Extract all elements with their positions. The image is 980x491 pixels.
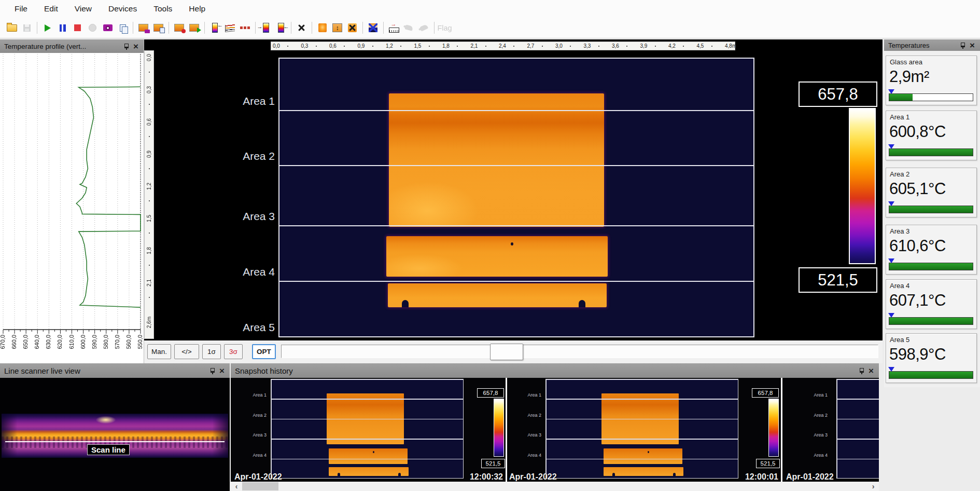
snapshot-scale-bar [494,399,504,457]
pin-icon[interactable] [209,367,215,374]
furnace-fit-height-icon[interactable] [330,20,345,35]
profiles-chart-icon[interactable] [222,20,237,35]
open-file-icon[interactable] [4,20,19,35]
export-snapshot-report-icon[interactable] [151,20,166,35]
close-icon[interactable]: × [132,42,139,51]
ruler-tick-label: 0,6 [329,43,337,49]
profile-axis-tick-label: 670,0 [0,335,6,349]
snapshot-thumbnail-3[interactable]: Area 1Area 2Area 3Area 4Apr-01-2022 [784,378,879,482]
snapshot-area-label: Area 4 [794,453,828,458]
scrollbar-thumb[interactable] [242,482,278,490]
furnace-image-icon[interactable] [315,20,330,35]
toolbar-separator [362,22,363,34]
scale-min-value[interactable]: 521,5 [799,267,877,293]
close-icon[interactable]: × [969,41,976,50]
area-label-4: Area 4 [217,266,275,278]
snapshot-thermal-image [545,379,738,479]
profile-axis-tick-label: 610,0 [68,335,75,349]
glass-panel-areas1-3 [389,93,604,227]
scan-slider-track[interactable] [281,345,878,358]
snapshot-list: Area 1Area 2Area 3Area 4657,8521,5Apr-01… [231,378,879,482]
image-playback-icon[interactable] [187,20,202,35]
toolbar-separator [255,22,256,34]
horizontal-ruler: 0,00,30,60,91,21,51,82,12,42,73,03,33,63… [271,42,735,50]
profile-axis-tick-label: 630,0 [45,335,51,349]
close-icon[interactable]: × [218,366,226,375]
scale-max-value[interactable]: 657,8 [799,81,877,107]
profile-axis-tick-label: 620,0 [57,335,63,349]
line-scanner-panel: Line scanner live view × Scan line [0,363,230,491]
cold-spot [511,242,513,246]
start-acquisition-icon[interactable] [40,20,55,35]
ruler-tick-label: 2,6m [146,317,152,328]
ruler-tick-label: 4,5 [697,43,704,49]
opt-button[interactable]: OPT [252,344,276,359]
snapshot-scale-min: 521,5 [756,459,780,468]
ruler-tick-label: 1,2 [386,43,393,49]
snapshot-history-title: Snapshot history [235,366,856,375]
settings-tools-icon[interactable] [294,20,309,35]
card-bar-fill [889,263,973,270]
temperature-scale-bar[interactable] [849,108,876,264]
pin-icon[interactable] [960,42,965,49]
sigma1-button[interactable]: 1σ [202,344,221,359]
pin-icon[interactable] [123,43,129,50]
manual-button[interactable]: Man. [147,344,171,359]
scale-range-out-icon[interactable] [273,20,288,35]
snapshot-area-label: Area 2 [794,413,828,418]
scroll-left-arrow[interactable]: ‹ [232,482,241,491]
snapshot-scrollbar[interactable]: ‹ › [231,482,879,491]
isotherm-icon[interactable] [237,20,253,35]
menu-edit[interactable]: Edit [36,2,66,16]
layout-mosaic-icon[interactable] [366,20,381,35]
stop-icon[interactable] [70,20,85,35]
measure-distance-icon[interactable] [386,20,401,35]
card-bar-fill [889,206,973,213]
ruler-tick-label: 0,0 [146,54,152,61]
profile-axis-tick-label: 600,0 [80,335,86,349]
menu-view[interactable]: View [66,2,100,16]
snapshot-history-panel: Snapshot history × Area 1Area 2Area 3Are… [231,363,879,491]
step-button[interactable]: </> [174,344,199,359]
line-scanner-title: Line scanner live view [4,366,206,375]
ruler-tick-label: 1,8 [442,43,450,49]
image-record-marker-icon[interactable] [172,20,187,35]
snapshot-thumbnail-1[interactable]: Area 1Area 2Area 3Area 4657,8521,5Apr-01… [232,378,506,482]
menu-file[interactable]: File [6,2,36,16]
pause-icon[interactable] [55,20,70,35]
card-bar [889,93,973,101]
card-label: Area 1 [890,113,909,121]
palette-import-icon[interactable] [207,20,222,35]
ruler-tick-label: 2,1 [471,43,478,49]
line-scanner-live-image[interactable]: Scan line [0,378,230,491]
snapshot-camera-icon[interactable] [100,20,115,35]
furnace-setup-icon[interactable] [345,20,360,35]
ruler-tick-label: 0,3 [146,86,152,93]
pin-icon[interactable] [859,367,864,374]
scan-control-bar: Man. </> 1σ 3σ OPT [144,340,883,363]
sigma3-button[interactable]: 3σ [224,344,243,359]
snapshot-date: Apr-01-2022 [234,472,282,482]
snapshot-glass-b [604,448,683,464]
save-snapshot-image-icon[interactable] [136,20,151,35]
card-bar [889,206,973,213]
toolbar-separator [133,22,133,34]
menu-devices[interactable]: Devices [100,2,145,16]
line-scanner-titlebar: Line scanner live view × [0,363,230,378]
vertical-ruler: 0,00,30,60,91,21,51,82,12,6m [144,50,154,339]
menu-tools[interactable]: Tools [145,2,180,16]
profile-line [76,87,141,307]
toolbar-separator [312,22,312,34]
menu-help[interactable]: Help [180,2,214,16]
scan-slider-thumb[interactable] [490,344,523,360]
close-icon[interactable]: × [867,366,875,375]
snapshot-thumbnail-2[interactable]: Area 1Area 2Area 3Area 4657,8521,5Apr-01… [507,378,781,482]
ruler-tick-label: 0,3 [301,43,309,49]
copy-icon[interactable] [115,20,130,35]
ruler-tick-label: 3,9 [640,43,648,49]
scale-range-in-icon[interactable] [258,20,273,35]
temperature-profile-chart: 670,0660,0650,0640,0630,0620,0610,0600,0… [0,53,144,363]
ruler-tick-label: 4,2 [668,43,676,49]
thermal-image-view[interactable]: 0,00,30,60,91,21,51,82,12,42,73,03,33,63… [144,39,883,340]
scroll-right-arrow[interactable]: › [869,482,878,491]
